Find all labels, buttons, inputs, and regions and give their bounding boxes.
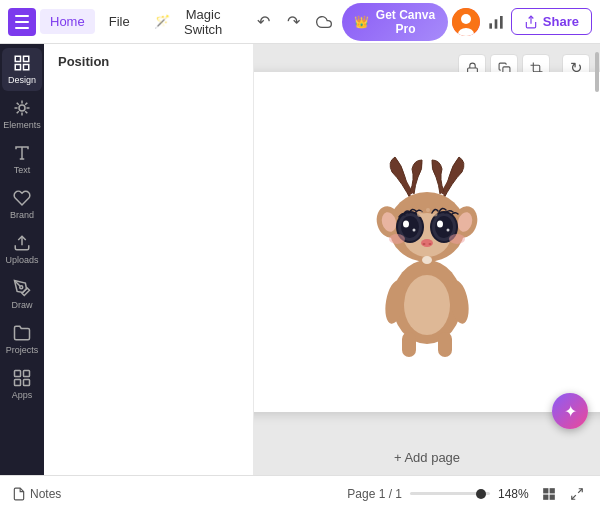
svg-rect-19 <box>24 380 30 386</box>
svg-rect-3 <box>489 23 492 28</box>
ai-floating-button[interactable]: ✦ <box>552 393 588 429</box>
main-body: Design Elements Text Brand Uploads Draw <box>0 44 600 475</box>
deer-illustration <box>327 127 527 357</box>
crown-icon: 👑 <box>354 15 369 29</box>
share-label: Share <box>543 14 579 29</box>
svg-rect-18 <box>15 380 21 386</box>
svg-point-36 <box>437 220 443 227</box>
avatar[interactable] <box>452 8 480 36</box>
svg-rect-17 <box>24 371 30 377</box>
file-nav-button[interactable]: File <box>99 9 140 34</box>
home-nav-button[interactable]: Home <box>40 9 95 34</box>
add-page-bar[interactable]: + Add page <box>254 439 600 475</box>
menu-icon[interactable] <box>8 8 36 36</box>
svg-rect-54 <box>550 488 555 493</box>
svg-point-35 <box>435 216 453 238</box>
svg-rect-10 <box>24 65 29 70</box>
sidebar-apps-label: Apps <box>12 390 33 400</box>
svg-point-30 <box>401 216 419 238</box>
panel: Position <box>44 44 254 475</box>
magic-switch-label: Magic Switch <box>175 7 232 37</box>
svg-point-39 <box>423 243 426 245</box>
page-info: Page 1 / 1 148% <box>347 487 530 501</box>
sidebar-item-uploads[interactable]: Uploads <box>2 228 42 271</box>
svg-point-11 <box>19 105 25 111</box>
sidebar-item-elements[interactable]: Elements <box>2 93 42 136</box>
fullscreen-button[interactable] <box>566 483 588 505</box>
topbar: Home File 🪄 Magic Switch ↶ ↷ 👑 Get Canva… <box>0 0 600 44</box>
canvas-area: ↻ <box>254 44 600 475</box>
svg-point-44 <box>426 208 430 212</box>
history-buttons: ↶ ↷ <box>250 8 338 36</box>
add-page-label: + Add page <box>394 450 460 465</box>
sidebar-projects-label: Projects <box>6 345 39 355</box>
svg-point-38 <box>421 239 433 247</box>
svg-point-1 <box>461 14 471 24</box>
svg-point-37 <box>447 228 450 231</box>
svg-point-42 <box>449 234 465 244</box>
avatar-area <box>452 8 480 36</box>
sidebar-draw-label: Draw <box>11 300 32 310</box>
sidebar-item-design[interactable]: Design <box>2 48 42 91</box>
svg-point-32 <box>413 228 416 231</box>
canvas-scrollbar[interactable] <box>594 44 600 439</box>
sidebar-item-apps[interactable]: Apps <box>2 363 42 406</box>
svg-point-31 <box>403 220 409 227</box>
svg-rect-49 <box>438 332 452 357</box>
sidebar-uploads-label: Uploads <box>5 255 38 265</box>
svg-point-15 <box>20 286 23 289</box>
notes-button[interactable]: Notes <box>12 487 61 501</box>
svg-line-58 <box>572 495 576 499</box>
bottom-bar: Notes Page 1 / 1 148% <box>0 475 600 511</box>
panel-header: Position <box>44 44 253 75</box>
sidebar-item-projects[interactable]: Projects <box>2 318 42 361</box>
svg-point-43 <box>417 211 423 217</box>
page-canvas <box>254 72 600 412</box>
svg-point-40 <box>429 243 432 245</box>
redo-button[interactable]: ↷ <box>280 8 308 36</box>
undo-button[interactable]: ↶ <box>250 8 278 36</box>
bottom-right-icons <box>538 483 588 505</box>
sidebar-item-draw[interactable]: Draw <box>2 273 42 316</box>
svg-point-52 <box>422 256 432 264</box>
svg-point-45 <box>433 211 438 216</box>
magic-switch-emoji: 🪄 <box>154 14 170 29</box>
sidebar-design-label: Design <box>8 75 36 85</box>
grid-view-button[interactable] <box>538 483 560 505</box>
svg-rect-16 <box>15 371 21 377</box>
svg-rect-4 <box>494 19 497 28</box>
sidebar-text-label: Text <box>14 165 31 175</box>
page-slider[interactable] <box>410 492 490 495</box>
magic-switch-button[interactable]: 🪄 Magic Switch <box>144 2 242 42</box>
svg-rect-48 <box>402 332 416 357</box>
svg-rect-7 <box>15 56 20 61</box>
cloud-save-button[interactable] <box>310 8 338 36</box>
get-canva-pro-button[interactable]: 👑 Get Canva Pro <box>342 3 449 41</box>
sidebar-brand-label: Brand <box>10 210 34 220</box>
zoom-percent: 148% <box>498 487 530 501</box>
get-canva-label: Get Canva Pro <box>375 8 437 36</box>
notes-icon <box>12 487 26 501</box>
page-label: Page 1 / 1 <box>347 487 402 501</box>
svg-point-41 <box>389 234 405 244</box>
svg-rect-53 <box>543 488 548 493</box>
share-button[interactable]: Share <box>511 8 592 35</box>
svg-point-47 <box>404 275 450 335</box>
notes-label: Notes <box>30 487 61 501</box>
svg-rect-56 <box>550 494 555 499</box>
ai-icon: ✦ <box>564 402 577 421</box>
svg-rect-5 <box>500 16 503 29</box>
svg-rect-9 <box>15 65 20 70</box>
svg-rect-8 <box>24 56 29 61</box>
sidebar-item-text[interactable]: Text <box>2 138 42 181</box>
sidebar-item-brand[interactable]: Brand <box>2 183 42 226</box>
svg-line-57 <box>578 488 582 492</box>
sidebar: Design Elements Text Brand Uploads Draw <box>0 44 44 475</box>
canvas-scroll[interactable]: ↻ <box>254 44 600 439</box>
sidebar-elements-label: Elements <box>3 120 41 130</box>
stats-button[interactable] <box>484 8 506 36</box>
svg-rect-55 <box>543 494 548 499</box>
